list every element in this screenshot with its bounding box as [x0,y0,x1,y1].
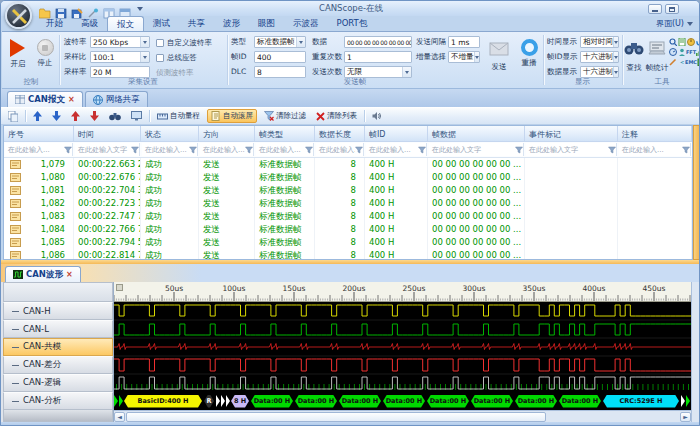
id-display-select[interactable]: 十六进制 [580,51,619,63]
scroll-right-icon[interactable]: ► [680,412,691,422]
h-scrollbar-thumb[interactable] [126,412,546,422]
filter-cell[interactable]: 在此处输入... [142,143,198,156]
bus-ack-option[interactable]: 总线应答 [156,53,197,63]
filter-cell[interactable]: 在此处输入... [200,143,254,156]
pencil-tool-icon[interactable] [669,57,677,66]
ribbon-tab-测试[interactable]: 测试 [144,16,179,31]
refresh-tool-icon[interactable] [696,37,700,46]
frame-id-input[interactable]: 400 [254,51,306,63]
h-scrollbar[interactable]: ◄ ► [114,410,691,422]
timer-tool-icon[interactable] [687,37,695,46]
user-tool-icon[interactable] [678,47,686,56]
replay-button[interactable]: 重播 [515,36,543,68]
ribbon-tab-示波器[interactable]: 示波器 [284,16,328,31]
table-row[interactable]: 1,08100:00:22.704 392成功发送标准数据帧8400 H00 0… [4,184,692,197]
minimize-button[interactable] [648,4,662,14]
zoom-tool-icon[interactable] [669,37,677,46]
increment-select[interactable]: 不增量 [448,51,480,63]
filter-cell[interactable]: 在此处输入文字 [429,143,524,156]
find-frame-button[interactable] [106,110,124,122]
baud-select[interactable]: 250 Kbps [90,36,150,48]
repeat-input[interactable]: 1 [344,51,412,63]
ribbon-tab-波形[interactable]: 波形 [214,16,249,31]
custom-baud-checkbox[interactable] [156,39,164,47]
monitor-button[interactable] [128,110,145,122]
column-header[interactable]: 数据长度 [315,126,365,141]
ribbon-tab-眼图[interactable]: 眼图 [249,16,284,31]
goto-first-frame-button[interactable] [30,110,45,122]
v-scrollbar[interactable] [691,282,699,422]
column-header[interactable]: 状态 [141,126,199,141]
start-button[interactable]: 开启 [4,36,32,69]
scroll-left-icon[interactable]: ◄ [114,412,125,422]
ratio-select[interactable]: 100:1 [90,51,150,63]
column-header[interactable]: 注释 [618,126,692,141]
close-icon[interactable]: × [68,95,75,104]
column-header[interactable]: 方向 [199,126,255,141]
channel-item-CAN-分析[interactable]: CAN-分析 [3,392,113,410]
table-row[interactable]: 1,08300:00:22.747 770成功发送标准数据帧8400 H00 0… [4,210,692,223]
column-header[interactable]: 帧类型 [255,126,315,141]
channel-item-CAN-H[interactable]: CAN-H [3,302,113,320]
goto-next-frame-button[interactable] [49,110,64,122]
clear-list-button[interactable]: 清除列表 [313,110,360,122]
interval-input[interactable]: 1 ms [448,36,480,48]
column-header[interactable]: 帧ID [365,126,428,141]
column-header[interactable]: 时间 [74,126,141,141]
column-header[interactable]: 事件标记 [525,126,618,141]
bus-ack-checkbox[interactable] [156,54,164,62]
maximize-button[interactable] [665,4,679,14]
send-button[interactable]: 发送 [485,36,513,72]
ribbon-tab-开始[interactable]: 开始 [37,16,72,31]
table-row[interactable]: 1,08200:00:22.723 139成功发送标准数据帧8400 H00 0… [4,197,692,210]
ribbon-tab-高级[interactable]: 高级 [72,16,107,31]
filter-cell[interactable]: 在此处输入文字 [75,143,140,156]
time-display-select[interactable]: 相对时间 [580,36,619,48]
channel-item-CAN-逻辑[interactable]: CAN-逻辑 [3,374,113,392]
ribbon-tab-PORT包[interactable]: PORT包 [328,16,377,31]
sound-button[interactable] [369,110,385,122]
filter-cell[interactable]: 在此处输入... [619,143,691,156]
column-header[interactable]: 帧数据 [428,126,525,141]
filter-cell[interactable]: 在此处输入... [316,143,364,156]
filter-cell[interactable]: 在此处输入... [256,143,314,156]
frame-stats-button[interactable]: 帧统计 [645,36,669,73]
doc-tab-network-share[interactable]: 网络共享 [85,91,148,107]
filter-cell[interactable]: 在此处输入文字 [526,143,617,156]
filter-cell[interactable]: 在此处输入... [5,143,73,156]
ribbon-tab-报文[interactable]: 报文 [107,16,144,31]
find-button[interactable]: 查找 [623,36,645,73]
close-icon[interactable]: × [66,270,73,279]
stop-button[interactable]: 停止 [31,36,59,68]
goto-next-error-button[interactable] [87,110,102,122]
signal-bars-icon[interactable] [696,47,700,56]
table-row[interactable]: 1,08400:00:22.766 765成功发送标准数据帧8400 H00 0… [4,223,692,236]
app-button[interactable] [5,2,32,29]
emc-tool-icon[interactable]: EMC [687,57,695,66]
channel-item-CAN-差分[interactable]: CAN-差分 [3,356,113,374]
doc-tab-can-messages[interactable]: CAN报文 × [7,91,83,107]
interface-menu[interactable]: 界面(U) [656,18,693,29]
column-header[interactable]: 序号 [4,126,74,141]
filter-cell[interactable]: 在此处输入... [366,143,427,156]
data-input[interactable]: 00 00 00 00 00 00 00 00 [344,36,412,48]
custom-baud-option[interactable]: 自定义波特率 [156,38,212,48]
frame-type-select[interactable]: 标准数据帧 [254,36,306,48]
clock-tool-icon[interactable] [669,47,677,56]
table-row[interactable]: 1,08500:00:22.794 542成功发送标准数据帧8400 H00 0… [4,236,692,249]
ribbon-tab-共享[interactable]: 共享 [179,16,214,31]
wave-tab-can-waveform[interactable]: CAN波形 × [5,266,81,282]
auto-scroll-button[interactable]: 自动滚屏 [207,109,257,123]
table-row[interactable]: 1,08600:00:22.814 764成功发送标准数据帧8400 H00 0… [4,249,692,260]
clear-filter-button[interactable]: 清除过滤 [261,110,309,122]
goto-prev-error-button[interactable] [68,110,83,122]
table-row[interactable]: 1,08000:00:22.676 772成功发送标准数据帧8400 H00 0… [4,171,692,184]
auto-range-button[interactable]: 自动量程 [154,110,203,122]
channel-item-CAN-共模[interactable]: CAN-共模 [3,338,113,356]
export-report-icon[interactable] [678,37,686,46]
channel-item-CAN-L[interactable]: CAN-L [3,320,113,338]
battery-tool-icon[interactable] [696,57,700,66]
copy-button[interactable] [5,110,21,123]
table-row[interactable]: 1,07900:00:22.663 268成功发送标准数据帧8400 H00 0… [4,158,692,171]
fft-tool-icon[interactable]: FFT [687,47,695,56]
